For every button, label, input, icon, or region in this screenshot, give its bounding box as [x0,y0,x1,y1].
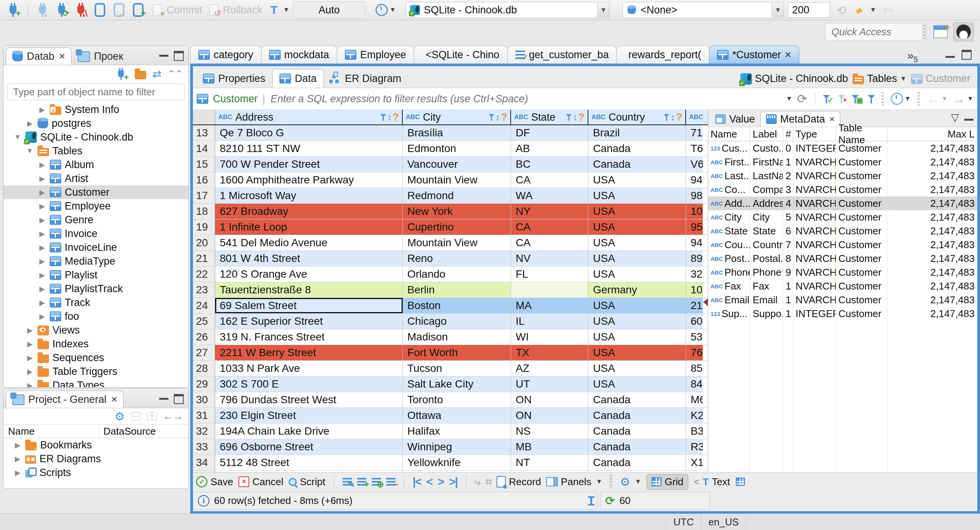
tree-arrow-icon[interactable]: ▶ [38,285,46,293]
city-cell[interactable]: Orlando [403,267,511,282]
address-cell[interactable]: 1 Infinite Loop [215,219,403,235]
address-cell[interactable]: 796 Dundas Street West [215,392,403,407]
sort-icon[interactable]: ↕ [387,112,392,123]
country-cell[interactable]: Canada [588,141,686,156]
city-cell[interactable]: Tucson [403,361,511,376]
city-cell[interactable]: Reno [403,251,511,266]
tree-item[interactable]: ▶ Track [3,296,188,309]
country-cell[interactable]: USA [588,298,686,313]
city-cell[interactable]: Redmond [403,188,511,203]
tree-arrow-icon[interactable]: ▶ [38,257,46,266]
country-cell[interactable]: USA [588,376,686,392]
country-cell[interactable]: USA [588,251,686,266]
apply-filter-icon[interactable]: ✓ [823,93,834,105]
tab-metadata[interactable]: MetaData × [760,111,840,127]
tree-arrow-icon[interactable]: ▶ [26,381,34,388]
row-number-cell[interactable]: 18 [193,204,215,219]
funnel-icon[interactable] [380,114,385,120]
tree-item[interactable]: ▶ Album [3,158,188,172]
state-cell[interactable]: ON [511,408,588,423]
tree-arrow-icon[interactable]: ▶ [38,202,46,211]
postal-cell-clipped[interactable]: 71 [686,125,703,141]
postal-cell-clipped[interactable]: 10 [686,282,703,298]
connect-icon[interactable] [35,2,50,18]
row-number-cell[interactable]: 30 [193,392,215,407]
gear-icon[interactable]: ⚙ [114,410,125,423]
minimize-icon[interactable] [159,394,168,400]
metadata-row[interactable]: ABCCou... Country 7 NVARCHAR Customer 2,… [708,238,977,252]
navigator-filter-input[interactable] [12,86,180,98]
postal-cell-clipped[interactable]: B3 [686,424,703,439]
remove-filter-icon[interactable]: × [838,93,847,104]
city-cell[interactable]: Yellowknife [403,455,511,470]
country-cell[interactable]: USA [588,329,686,345]
delete-row-icon[interactable]: – [386,478,395,486]
metadata-row[interactable]: ABCEmail Email 1 NVARCHAR Customer 2,147… [708,293,977,307]
city-cell[interactable]: Chicago [403,314,511,329]
postal-cell-clipped[interactable]: R3 [686,439,703,455]
tab-value[interactable]: Value [710,111,760,127]
state-cell[interactable]: MB [511,439,588,455]
postal-cell-clipped[interactable]: 60 [686,314,703,329]
city-cell[interactable]: New York [403,204,511,219]
new-connection-icon[interactable]: + [5,2,21,18]
city-cell[interactable]: Brasília [403,125,511,141]
state-cell[interactable]: MA [511,298,588,313]
refresh-icon[interactable]: ⟳ [797,92,807,106]
disconnect-icon[interactable]: ∖ [73,2,88,18]
collapse-all-icon[interactable]: ⌃⌃ [168,69,183,79]
grid-column-header[interactable]: ABC Address ↕ ? [215,110,403,124]
help-icon[interactable]: ? [676,111,683,123]
tree-arrow-icon[interactable]: ▶ [13,455,22,463]
tree-arrow-icon[interactable]: ▼ [26,147,34,155]
metadata-row[interactable]: ABCFax Fax 1 NVARCHAR Customer 2,147,483 [708,279,977,293]
auto-refresh-dropdown[interactable]: ▼ [891,93,911,105]
city-cell[interactable]: Vancouver [403,157,511,172]
metadata-row[interactable]: ABCAdd... Address 4 NVARCHAR Customer 2,… [708,196,977,210]
sort-icon[interactable]: ↕ [573,112,578,123]
rollback-button[interactable]: ↺ Rollback [206,2,263,18]
metadata-column-header[interactable]: # [783,127,793,141]
city-cell[interactable]: Winnipeg [403,439,511,455]
grid-column-header[interactable]: ABC State ↕ ? [511,110,588,124]
city-cell[interactable]: Boston [403,298,511,313]
tree-item[interactable]: ▶ Genre [3,213,188,227]
help-icon[interactable]: ? [578,111,585,123]
row-number-cell[interactable]: 32 [193,424,215,439]
record-toggle[interactable]: Record [497,476,541,488]
address-cell[interactable]: 162 E Superior Street [215,314,403,329]
state-cell[interactable] [511,282,588,298]
minimize-icon[interactable] [159,51,168,57]
breadcrumb-item[interactable]: SQLite - Chinook.db ▼ [740,73,848,85]
address-cell[interactable]: Qe 7 Bloco G [215,125,403,141]
entity-subtab[interactable]: Data [272,69,324,88]
postal-cell-clipped[interactable]: 10 [686,204,703,219]
city-cell[interactable]: Cupertino [403,219,511,235]
metadata-row[interactable]: ABCPhone Phone 9 NVARCHAR Customer 2,147… [708,265,977,279]
save-filter-icon[interactable]: ▣ [852,93,863,105]
tree-item[interactable]: ▶ Employee [3,199,188,213]
city-cell[interactable]: Edmonton [403,141,511,156]
row-number-cell[interactable]: 31 [193,408,215,423]
row-number-cell[interactable]: 29 [193,376,215,392]
grid-column-header[interactable]: ABC Country ↕ ? [588,110,686,124]
tree-arrow-icon[interactable]: ▶ [38,243,46,252]
breadcrumb-item[interactable]: Customer ▼ [911,73,970,85]
address-cell[interactable]: 302 S 700 E [215,376,403,392]
add-row-icon[interactable]: + [357,478,366,486]
postal-cell-clipped[interactable]: 84 [686,376,703,392]
tree-item[interactable]: ▶ MediaType [3,254,188,268]
address-cell[interactable]: 1033 N Park Ave [215,361,403,376]
close-icon[interactable]: × [59,50,65,62]
country-cell[interactable]: USA [588,345,686,360]
row-number-cell[interactable]: 25 [193,314,215,329]
tree-arrow-icon[interactable]: ▶ [26,353,34,362]
metadata-column-header[interactable]: Type [793,127,836,141]
tab-projects[interactable]: Проек [72,48,129,65]
fetch-size-input[interactable]: 200 [788,2,830,18]
nav-back-icon[interactable]: ←▼ [927,92,948,106]
city-cell[interactable]: Ottawa [403,408,511,423]
postal-cell-clipped[interactable]: 94 [686,235,703,250]
open-perspective-icon[interactable] [933,25,948,38]
nav-forward-icon[interactable]: →▼ [952,92,973,106]
